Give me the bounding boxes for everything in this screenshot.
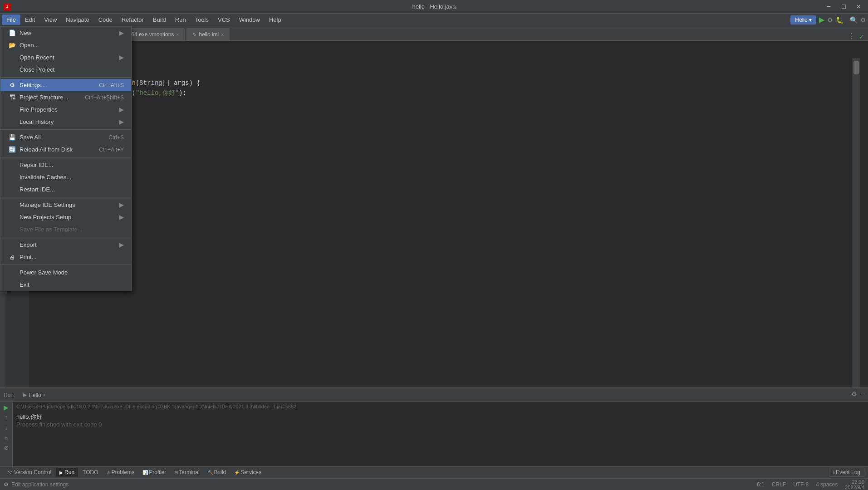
close-button[interactable]: × [853, 3, 864, 11]
menu-item-close-project[interactable]: Close Project [0, 64, 131, 76]
new-projects-setup-arrow: ▶ [119, 214, 124, 220]
search-button[interactable]: 🔍 [850, 16, 858, 24]
open-recent-label: Open Recent [20, 54, 54, 61]
tab-label-iml: hello.iml [199, 31, 219, 38]
scroll-down-button[interactable]: ↓ [5, 424, 8, 431]
tab-overflow-button[interactable]: ⋮ [848, 32, 857, 40]
separator-6 [0, 265, 131, 265]
run-command-line: C:\Users\HP\.jdks\openjdk-18.0.2.1\bin\j… [16, 404, 864, 409]
manage-ide-settings-arrow: ▶ [119, 201, 124, 208]
menu-file[interactable]: File [2, 15, 20, 25]
menu-refactor[interactable]: Refactor [117, 15, 148, 25]
separator-2 [0, 129, 131, 130]
datetime: 23:20 2022/9/4 [845, 479, 864, 490]
file-menu-dropdown: 📄 New ▶ 📂 Open... Open Recent ▶ Close Pr… [0, 26, 132, 291]
build-button[interactable]: ⚙ [827, 16, 833, 24]
debug-button[interactable]: 🐛 [836, 16, 843, 24]
local-history-label: Local History [20, 118, 54, 125]
new-arrow-icon: ▶ [119, 29, 124, 36]
menu-item-manage-ide-settings[interactable]: Manage IDE Settings ▶ [0, 199, 131, 211]
menu-item-print[interactable]: 🖨 Print... [0, 251, 131, 263]
right-bottom-controls: ℹEvent Log [829, 468, 864, 477]
menu-edit[interactable]: Edit [20, 15, 39, 25]
version-control-tab[interactable]: ⌥Version Control [4, 468, 55, 477]
file-properties-arrow: ▶ [119, 106, 124, 113]
menu-item-settings[interactable]: ⚙ Settings... Ctrl+Alt+S [0, 79, 131, 91]
settings-button[interactable]: ⚙ [860, 16, 866, 24]
menu-item-new-projects-setup[interactable]: New Projects Setup ▶ [0, 211, 131, 223]
run-button[interactable]: ▶ [819, 15, 824, 24]
minimize-button[interactable]: − [823, 3, 834, 11]
menu-item-reload-all[interactable]: 🔄 Reload All from Disk Ctrl+Alt+Y [0, 143, 131, 156]
window-controls: − □ × [823, 3, 864, 11]
menu-view[interactable]: View [39, 15, 61, 25]
menu-help[interactable]: Help [265, 15, 286, 25]
terminal-tab[interactable]: ⊟Terminal [171, 468, 203, 477]
menu-item-export[interactable]: Export ▶ [0, 239, 131, 251]
separator-1 [0, 77, 131, 78]
problems-tab[interactable]: ⚠Problems [103, 468, 138, 477]
bottom-run-config-label: ▶ Hello × [19, 390, 50, 400]
manage-ide-settings-label: Manage IDE Settings [20, 201, 75, 208]
tab-close-iml[interactable]: × [221, 32, 224, 37]
menu-item-file-properties[interactable]: File Properties ▶ [0, 103, 131, 116]
menu-item-save-file-template: Save File as Template... [0, 223, 131, 235]
code-line-6: } [33, 118, 852, 128]
todo-tab[interactable]: TODO [79, 468, 102, 477]
tab-close-vmoptions[interactable]: × [176, 32, 179, 37]
run-tab-bottom[interactable]: ▶Run [56, 468, 78, 477]
encoding[interactable]: UTF-8 [793, 481, 809, 488]
menu-build[interactable]: Build [148, 15, 171, 25]
menu-tools[interactable]: Tools [191, 15, 213, 25]
left-bottom-tabs: ⌥Version Control ▶Run TODO ⚠Problems 📊Pr… [4, 468, 265, 477]
cursor-position[interactable]: 6:1 [757, 481, 765, 488]
editor-scrollbar[interactable] [852, 58, 860, 387]
reload-icon: 🔄 [8, 146, 17, 153]
profiler-tab[interactable]: 📊Profiler [139, 468, 170, 477]
menu-item-project-structure[interactable]: 🏗 Project Structure... Ctrl+Alt+Shift+S [0, 91, 131, 103]
menu-code[interactable]: Code [94, 15, 117, 25]
panel-settings-button[interactable]: ⚙ [851, 390, 857, 397]
panel-minimize-button[interactable]: − [861, 390, 864, 397]
status-right: 6:1 CRLF UTF-8 4 spaces 23:20 2022/9/4 [757, 479, 864, 490]
run-config-selector[interactable]: Hello ▾ [790, 15, 816, 24]
line-ending[interactable]: CRLF [772, 481, 786, 488]
event-log-button[interactable]: ℹEvent Log [829, 468, 864, 477]
menu-navigate[interactable]: Navigate [61, 15, 93, 25]
menu-item-repair-ide[interactable]: Repair IDE... [0, 159, 131, 171]
menu-item-open-recent[interactable]: Open Recent ▶ [0, 51, 131, 64]
code-line-1: public class Hello { [33, 68, 852, 78]
settings-label: Settings... [20, 82, 46, 88]
run-label: Run: [4, 392, 15, 398]
menu-vcs[interactable]: VCS [213, 15, 235, 25]
menu-item-open[interactable]: 📂 Open... [0, 39, 131, 51]
menu-item-new[interactable]: 📄 New ▶ [0, 27, 131, 39]
menu-item-invalidate-caches[interactable]: Invalidate Caches... [0, 171, 131, 183]
maximize-button[interactable]: □ [838, 3, 849, 11]
menu-item-exit[interactable]: Exit [0, 279, 131, 291]
scroll-up-button[interactable]: ↑ [5, 414, 8, 421]
menu-window[interactable]: Window [235, 15, 265, 25]
menu-item-local-history[interactable]: Local History ▶ [0, 116, 131, 128]
wrap-output-button[interactable]: ≡ [5, 436, 8, 442]
repair-ide-label: Repair IDE... [20, 162, 53, 168]
run-tab-close[interactable]: × [43, 392, 46, 397]
menu-run[interactable]: Run [171, 15, 191, 25]
export-arrow: ▶ [119, 241, 124, 248]
menu-item-restart-ide[interactable]: Restart IDE... [0, 183, 131, 196]
bottom-panel-tabs: Run: ▶ Hello × ⚙ − [0, 388, 868, 402]
exit-label: Exit [20, 281, 29, 288]
indent-setting[interactable]: 4 spaces [816, 481, 838, 488]
clear-output-button[interactable]: ⊗ [4, 445, 9, 451]
save-all-shortcut: Ctrl+S [108, 134, 124, 141]
code-line-4: } [33, 98, 852, 108]
tab-hello-iml[interactable]: ✎ hello.iml × [186, 28, 230, 40]
run-again-button[interactable]: ▶ [4, 404, 9, 411]
services-tab[interactable]: ⚡Services [230, 468, 265, 477]
menu-item-power-save-mode[interactable]: Power Save Mode [0, 266, 131, 279]
scrollbar-thumb[interactable] [853, 61, 859, 74]
code-content[interactable]: public class Hello { public static void … [29, 58, 852, 387]
menu-item-save-all[interactable]: 💾 Save All Ctrl+S [0, 131, 131, 143]
build-tab[interactable]: 🔨Build [204, 468, 230, 477]
close-project-label: Close Project [20, 66, 54, 73]
